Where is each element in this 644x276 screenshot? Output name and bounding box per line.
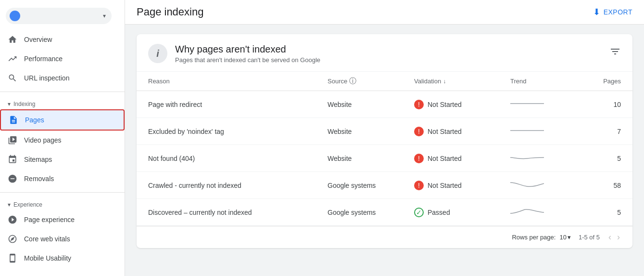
removals-icon <box>8 174 17 184</box>
col-header-validation[interactable]: Validation ↓ <box>414 77 510 86</box>
search-icon <box>8 73 17 83</box>
pages-icon <box>9 115 18 125</box>
reason-cell: Not found (404) <box>148 155 328 162</box>
status-icon: ! <box>414 100 424 109</box>
pagination-info: 1-5 of 5 <box>579 234 600 241</box>
rows-per-page-select[interactable]: 10 ▾ <box>559 234 570 241</box>
validation-cell: ✓ Passed <box>414 208 510 217</box>
card-subtitle: Pages that aren't indexed can't be serve… <box>175 56 320 64</box>
reason-cell: Crawled - currently not indexed <box>148 182 328 189</box>
main-content: Page indexing ⬇ EXPORT i Why pages aren'… <box>125 0 644 276</box>
sidebar-item-performance[interactable]: Performance <box>0 49 121 68</box>
table-header: Reason Source ⓘ Validation ↓ Trend Pages <box>137 72 632 91</box>
indexing-card: i Why pages aren't indexed Pages that ar… <box>137 34 632 248</box>
validation-cell: ! Not Started <box>414 127 510 136</box>
account-selector[interactable]: ▾ <box>6 8 112 24</box>
trend-cell <box>510 206 582 219</box>
sidebar: ▾ Overview Performance URL inspection <box>0 0 125 276</box>
sidebar-item-core-web-vitals[interactable]: Core web vitals <box>0 229 121 249</box>
trend-cell <box>510 179 582 192</box>
sidebar-item-removals[interactable]: Removals <box>0 169 121 188</box>
sidebar-item-video-pages[interactable]: Video pages <box>0 131 121 150</box>
pages-cell: 10 <box>582 101 621 108</box>
experience-icon <box>8 215 17 224</box>
reason-cell: Discovered – currently not indexed <box>148 209 328 216</box>
status-icon: ! <box>414 154 424 163</box>
rows-per-page-value: 10 <box>559 234 566 241</box>
sidebar-item-removals-label: Removals <box>24 175 54 183</box>
col-header-reason: Reason <box>148 77 328 86</box>
sidebar-item-performance-label: Performance <box>24 55 63 63</box>
pages-cell: 58 <box>582 182 621 189</box>
sidebar-item-sitemaps-label: Sitemaps <box>24 156 52 163</box>
sidebar-item-overview[interactable]: Overview <box>0 30 121 49</box>
col-header-source: Source ⓘ <box>328 77 414 86</box>
reason-cell: Page with redirect <box>148 101 328 108</box>
pagination-prev-button[interactable]: ‹ <box>607 231 612 243</box>
status-icon: ! <box>414 181 424 190</box>
validation-cell: ! Not Started <box>414 100 510 109</box>
sidebar-item-url-inspection[interactable]: URL inspection <box>0 68 121 88</box>
sidebar-item-pages-label: Pages <box>25 116 44 124</box>
reason-cell: Excluded by 'noindex' tag <box>148 128 328 135</box>
filter-icon[interactable] <box>609 44 621 60</box>
status-icon: ! <box>414 127 424 136</box>
sidebar-item-pages[interactable]: Pages <box>0 109 125 131</box>
sidebar-item-page-experience[interactable]: Page experience <box>0 210 121 229</box>
export-button[interactable]: ⬇ EXPORT <box>593 7 632 17</box>
pagination-next-button[interactable]: › <box>616 231 621 243</box>
experience-collapse-icon[interactable]: ▾ <box>8 201 11 208</box>
indexing-collapse-icon[interactable]: ▾ <box>8 101 11 107</box>
home-icon <box>8 35 17 44</box>
source-cell: Website <box>328 155 414 162</box>
content-area: i Why pages aren't indexed Pages that ar… <box>125 25 644 276</box>
rows-per-page-label: Rows per page: <box>512 234 556 241</box>
sidebar-item-mobile-usability[interactable]: Mobile Usability <box>0 249 121 268</box>
sidebar-item-video-pages-label: Video pages <box>24 136 62 144</box>
vitals-icon <box>8 234 17 244</box>
source-cell: Google systems <box>328 182 414 189</box>
sidebar-item-sitemaps[interactable]: Sitemaps <box>0 150 121 169</box>
card-title-block: Why pages aren't indexed Pages that aren… <box>175 44 320 64</box>
table-row[interactable]: Discovered – currently not indexed Googl… <box>137 199 632 226</box>
export-icon: ⬇ <box>593 7 601 17</box>
rows-per-page-chevron: ▾ <box>568 234 571 241</box>
video-icon <box>8 135 17 145</box>
sidebar-divider-2 <box>0 192 125 193</box>
trending-icon <box>8 54 17 64</box>
sidebar-item-mobile-usability-label: Mobile Usability <box>24 254 71 262</box>
pagination-arrows: ‹ › <box>607 231 621 243</box>
validation-cell: ! Not Started <box>414 181 510 190</box>
validation-cell: ! Not Started <box>414 154 510 163</box>
trend-cell <box>510 98 582 111</box>
source-cell: Website <box>328 128 414 135</box>
sidebar-item-page-experience-label: Page experience <box>24 216 75 223</box>
rows-per-page: Rows per page: 10 ▾ <box>512 234 571 241</box>
sidebar-item-url-inspection-label: URL inspection <box>24 74 69 82</box>
col-header-trend: Trend <box>510 77 582 86</box>
sidebar-item-overview-label: Overview <box>24 36 52 43</box>
table-row[interactable]: Excluded by 'noindex' tag Website ! Not … <box>137 118 632 145</box>
trend-cell <box>510 125 582 138</box>
table-row[interactable]: Page with redirect Website ! Not Started… <box>137 91 632 118</box>
sidebar-divider-1 <box>0 92 125 92</box>
col-header-pages: Pages <box>582 77 621 86</box>
info-icon: i <box>148 44 167 63</box>
sitemap-icon <box>8 155 17 164</box>
table: Reason Source ⓘ Validation ↓ Trend Pages <box>137 72 632 248</box>
pages-cell: 5 <box>582 155 621 162</box>
top-bar: Page indexing ⬇ EXPORT <box>125 0 644 25</box>
table-row[interactable]: Crawled - currently not indexed Google s… <box>137 172 632 199</box>
status-icon: ✓ <box>414 208 424 217</box>
source-cell: Website <box>328 101 414 108</box>
page-title: Page indexing <box>137 6 203 18</box>
source-cell: Google systems <box>328 209 414 216</box>
pages-cell: 7 <box>582 128 621 135</box>
table-row[interactable]: Not found (404) Website ! Not Started 5 <box>137 145 632 172</box>
pages-cell: 5 <box>582 209 621 216</box>
indexing-section-label: ▾ Indexing <box>0 96 125 109</box>
sidebar-item-core-web-vitals-label: Core web vitals <box>24 235 70 243</box>
account-avatar <box>10 11 20 21</box>
source-help-icon[interactable]: ⓘ <box>349 77 356 86</box>
card-title: Why pages aren't indexed <box>175 44 320 55</box>
